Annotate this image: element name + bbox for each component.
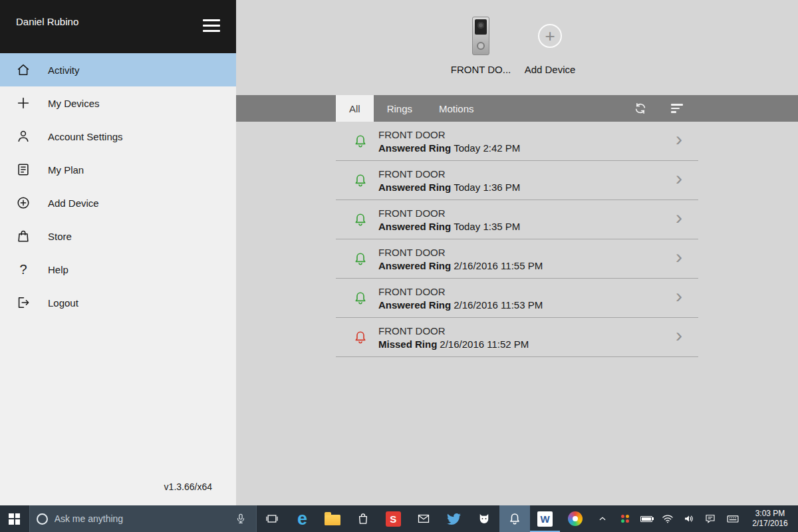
- task-view-icon: [265, 512, 279, 525]
- doorbell-device-icon: [472, 17, 489, 55]
- chevron-right-icon: ›: [676, 167, 682, 190]
- sidebar-item-account-settings[interactable]: Account Settings: [0, 120, 236, 153]
- search-input[interactable]: [55, 513, 232, 524]
- activity-time: Today 1:36 PM: [454, 182, 520, 193]
- answered-ring-bell-icon: [353, 251, 368, 267]
- sidebar-item-label: Store: [48, 231, 72, 242]
- activity-device: FRONT DOOR: [378, 168, 520, 180]
- activity-tab-bar: All Rings Motions: [236, 95, 798, 122]
- user-name: Daniel Rubino: [16, 16, 78, 27]
- tab-motions[interactable]: Motions: [426, 95, 487, 122]
- activity-row[interactable]: FRONT DOOR Answered RingToday 2:42 PM ›: [336, 122, 698, 161]
- activity-device: FRONT DOOR: [378, 247, 543, 258]
- chevron-right-icon: ›: [676, 285, 682, 307]
- touch-keyboard-icon[interactable]: [721, 505, 745, 532]
- plus-icon: [16, 96, 31, 110]
- volume-icon[interactable]: [678, 505, 700, 532]
- activity-time: 2/16/2016 11:53 PM: [454, 299, 543, 311]
- sidebar-item-label: Activity: [48, 65, 80, 76]
- sidebar-header: Daniel Rubino: [0, 0, 236, 53]
- activity-event: Answered Ring: [378, 142, 451, 154]
- activity-device: FRONT DOOR: [378, 207, 520, 219]
- mail-app-icon[interactable]: [408, 505, 439, 532]
- clock-date: 2/17/2016: [745, 519, 795, 529]
- answered-ring-bell-icon: [353, 290, 368, 306]
- add-device-card[interactable]: + Add Device: [523, 16, 577, 75]
- activity-event: Answered Ring: [378, 221, 451, 232]
- start-button[interactable]: [0, 505, 29, 532]
- chevron-right-icon: ›: [676, 245, 682, 268]
- taskbar-clock[interactable]: 3:03 PM 2/17/2016: [745, 509, 798, 529]
- activity-device: FRONT DOOR: [378, 286, 543, 297]
- sidebar-item-logout[interactable]: Logout: [0, 286, 236, 319]
- tab-rings[interactable]: Rings: [374, 95, 426, 122]
- document-icon: [16, 162, 31, 177]
- sidebar-item-activity[interactable]: Activity: [0, 53, 236, 86]
- twitter-app-icon[interactable]: [439, 505, 469, 532]
- tab-label: All: [349, 103, 360, 114]
- activity-row[interactable]: FRONT DOOR Answered RingToday 1:35 PM ›: [336, 200, 698, 239]
- edge-app-icon[interactable]: e: [287, 505, 318, 532]
- tray-chevron-up-icon[interactable]: [591, 505, 614, 532]
- cortana-search-box[interactable]: [29, 505, 257, 532]
- activity-list: FRONT DOOR Answered RingToday 2:42 PM › …: [336, 122, 698, 357]
- sidebar-item-add-device[interactable]: Add Device: [0, 186, 236, 219]
- answered-ring-bell-icon: [353, 172, 368, 188]
- home-icon: [16, 63, 31, 77]
- activity-row[interactable]: FRONT DOOR Answered Ring2/16/2016 11:53 …: [336, 279, 698, 318]
- system-tray: 3:03 PM 2/17/2016: [591, 505, 798, 532]
- sidebar-item-label: Add Device: [48, 198, 99, 209]
- sidebar-item-label: Logout: [48, 297, 78, 309]
- cortana-icon: [37, 513, 48, 525]
- cat-app-icon[interactable]: [469, 505, 499, 532]
- tab-all[interactable]: All: [336, 95, 374, 122]
- filter-list-icon[interactable]: [666, 95, 688, 122]
- hamburger-menu-icon[interactable]: [203, 16, 220, 35]
- activity-time: Today 1:35 PM: [454, 221, 520, 232]
- sidebar-item-label: My Plan: [48, 164, 84, 176]
- answered-ring-bell-icon: [353, 211, 368, 227]
- sidebar-item-label: Help: [48, 264, 68, 275]
- tray-app-icon[interactable]: [614, 505, 636, 532]
- activity-row[interactable]: FRONT DOOR Missed Ring2/16/2016 11:52 PM…: [336, 318, 698, 357]
- chevron-right-icon: ›: [676, 324, 682, 346]
- refresh-icon[interactable]: [629, 95, 652, 122]
- windows-taskbar: e S W 3:03 PM 2/17/: [0, 505, 798, 532]
- logout-icon: [16, 295, 31, 310]
- sidebar-item-my-plan[interactable]: My Plan: [0, 153, 236, 186]
- word-app-icon[interactable]: W: [530, 505, 561, 532]
- device-card-front-door[interactable]: FRONT DO...: [454, 16, 507, 75]
- shopping-bag-icon: [16, 229, 31, 243]
- activity-device: FRONT DOOR: [378, 129, 520, 140]
- sidebar-menu: Activity My Devices Account Settings My …: [0, 53, 236, 319]
- missed-ring-bell-icon: [353, 329, 368, 345]
- task-view-button[interactable]: [257, 505, 287, 532]
- ring-app-icon[interactable]: [499, 505, 530, 532]
- device-label: FRONT DO...: [451, 64, 511, 75]
- activity-event: Answered Ring: [378, 182, 451, 193]
- activity-time: 2/16/2016 11:55 PM: [454, 260, 543, 271]
- tab-label: Rings: [387, 103, 412, 114]
- activity-row[interactable]: FRONT DOOR Answered RingToday 1:36 PM ›: [336, 161, 698, 200]
- devices-strip: FRONT DO... + Add Device: [236, 0, 798, 95]
- main-area: FRONT DO... + Add Device All Rings Motio…: [236, 0, 798, 505]
- store-app-icon[interactable]: [348, 505, 378, 532]
- sidebar-item-my-devices[interactable]: My Devices: [0, 86, 236, 120]
- add-device-plus-icon: +: [538, 24, 562, 48]
- sidebar-item-store[interactable]: Store: [0, 219, 236, 253]
- microphone-icon[interactable]: [232, 513, 249, 525]
- activity-row[interactable]: FRONT DOOR Answered Ring2/16/2016 11:55 …: [336, 239, 698, 279]
- sidebar: Daniel Rubino Activity My Devices Accoun…: [0, 0, 236, 505]
- battery-icon[interactable]: [636, 505, 657, 532]
- activity-time: 2/16/2016 11:52 PM: [440, 338, 529, 350]
- activity-event: Answered Ring: [378, 260, 451, 271]
- red-s-app-icon[interactable]: S: [378, 505, 409, 532]
- sidebar-item-help[interactable]: ? Help: [0, 253, 236, 286]
- file-explorer-app-icon[interactable]: [317, 505, 348, 532]
- action-center-icon[interactable]: [700, 505, 721, 532]
- sidebar-item-label: Account Settings: [48, 131, 123, 142]
- activity-device: FRONT DOOR: [378, 325, 529, 336]
- activity-event: Answered Ring: [378, 299, 451, 311]
- wifi-icon[interactable]: [657, 505, 678, 532]
- paint-app-icon[interactable]: [560, 505, 591, 532]
